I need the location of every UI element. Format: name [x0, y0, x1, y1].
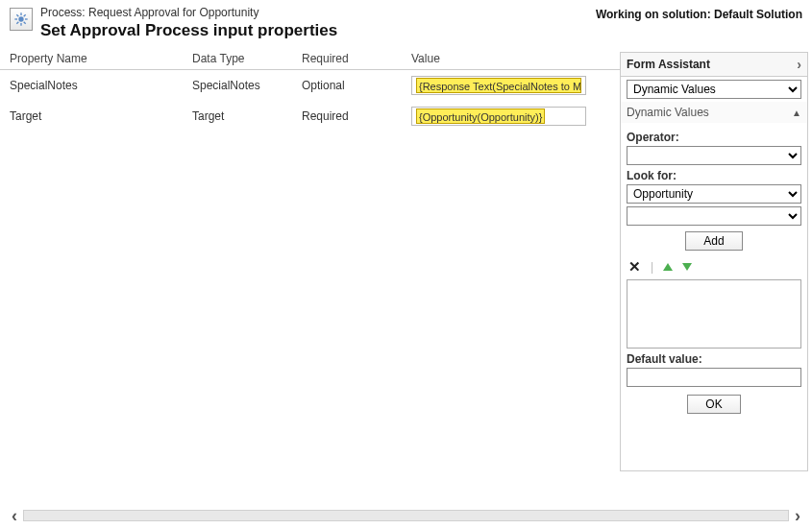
dynamic-token[interactable]: {Response Text(SpecialNotes to Manager)}: [416, 78, 581, 93]
token-list[interactable]: [627, 279, 801, 349]
chevron-right-icon[interactable]: ›: [797, 57, 801, 72]
col-header-type: Data Type: [192, 52, 302, 65]
operator-select[interactable]: [627, 146, 801, 165]
remove-icon[interactable]: ✕: [628, 258, 641, 276]
page-title: Set Approval Process input properties: [40, 21, 337, 40]
svg-line-7: [16, 22, 18, 24]
col-header-value: Value: [402, 52, 620, 65]
value-input-specialnotes[interactable]: {Response Text(SpecialNotes to Manager)}: [411, 76, 586, 95]
process-label: Process: Request Approval for Opportunit…: [40, 6, 337, 19]
add-button[interactable]: Add: [685, 231, 742, 251]
cell-required: Required: [302, 109, 402, 123]
horizontal-scrollbar[interactable]: ‹ ›: [8, 508, 804, 523]
table-row: Target Target Required {Opportunity(Oppo…: [0, 101, 620, 132]
svg-line-5: [16, 14, 18, 16]
form-assistant-panel: Form Assistant › Dynamic Values Dynamic …: [620, 52, 808, 471]
table-row: SpecialNotes SpecialNotes Optional {Resp…: [0, 70, 620, 101]
lookfor-attr-select[interactable]: [627, 206, 801, 226]
scroll-right-icon[interactable]: ›: [791, 506, 804, 526]
svg-line-8: [24, 14, 26, 16]
operator-label: Operator:: [627, 131, 801, 144]
lookfor-entity-select[interactable]: Opportunity: [627, 184, 801, 204]
ok-button[interactable]: OK: [687, 395, 740, 414]
process-icon: [10, 8, 33, 31]
solution-label: Working on solution: Default Solution: [596, 6, 802, 40]
col-header-required: Required: [302, 52, 402, 65]
collapse-icon[interactable]: ▲: [792, 108, 801, 118]
cell-name: Target: [0, 109, 192, 123]
move-up-icon[interactable]: [663, 263, 673, 271]
lookfor-label: Look for:: [627, 169, 801, 182]
svg-point-0: [18, 16, 23, 21]
scroll-left-icon[interactable]: ‹: [8, 506, 21, 526]
default-value-input[interactable]: [627, 368, 801, 387]
cell-type: SpecialNotes: [192, 79, 302, 92]
value-input-target[interactable]: {Opportunity(Opportunity)}: [411, 107, 586, 126]
cell-required: Optional: [302, 79, 402, 92]
cell-name: SpecialNotes: [0, 79, 192, 92]
move-down-icon[interactable]: [682, 263, 692, 271]
col-header-name: Property Name: [0, 52, 192, 65]
mode-select[interactable]: Dynamic Values: [627, 80, 801, 99]
scroll-track[interactable]: [23, 510, 789, 521]
section-label: Dynamic Values: [627, 106, 709, 119]
svg-line-6: [24, 22, 26, 24]
grid-header: Property Name Data Type Required Value: [0, 52, 620, 70]
dynamic-token[interactable]: {Opportunity(Opportunity)}: [416, 108, 545, 124]
default-value-label: Default value:: [627, 352, 801, 366]
cell-type: Target: [192, 109, 302, 123]
form-assistant-title: Form Assistant: [627, 58, 710, 71]
